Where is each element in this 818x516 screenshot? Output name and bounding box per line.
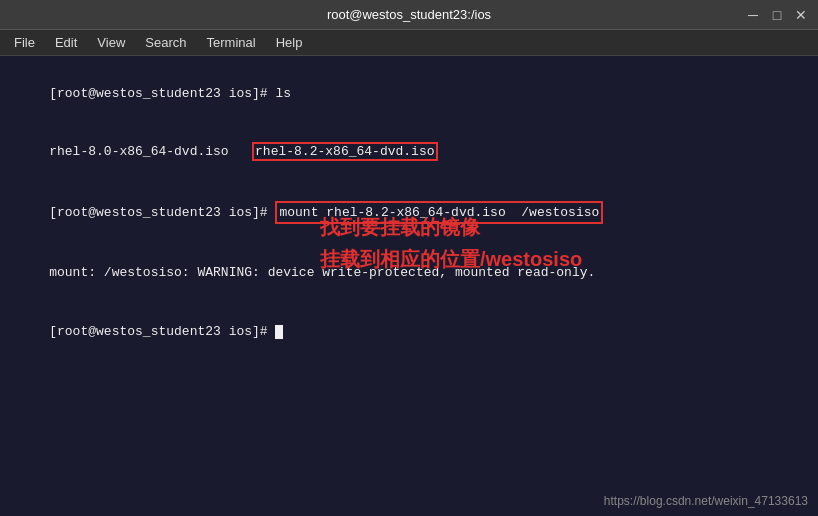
terminal-line-1: [root@westos_student23 ios]# ls xyxy=(18,64,808,123)
minimize-button[interactable]: ─ xyxy=(744,6,762,24)
maximize-button[interactable]: □ xyxy=(768,6,786,24)
window-controls: ─ □ ✕ xyxy=(744,6,810,24)
annotation-block: 找到要挂载的镜像 挂载到相应的位置/westosiso xyxy=(320,211,582,275)
terminal-line-2: rhel-8.0-x86_64-dvd.iso rhel-8.2-x86_64-… xyxy=(18,123,808,182)
prompt-3: [root@westos_student23 ios]# xyxy=(49,205,275,220)
annotation-line-2: 挂载到相应的位置/westosiso xyxy=(320,243,582,275)
watermark-url: https://blog.csdn.net/weixin_47133613 xyxy=(604,494,808,508)
prompt-1: [root@westos_student23 ios]# ls xyxy=(49,86,291,101)
close-button[interactable]: ✕ xyxy=(792,6,810,24)
menu-file[interactable]: File xyxy=(6,33,43,52)
iso-file-1: rhel-8.0-x86_64-dvd.iso xyxy=(49,144,252,159)
menu-terminal[interactable]: Terminal xyxy=(199,33,264,52)
terminal-cursor xyxy=(275,325,283,339)
prompt-5: [root@westos_student23 ios]# xyxy=(49,324,275,339)
terminal-line-5: [root@westos_student23 ios]# xyxy=(18,302,808,361)
title-bar: root@westos_student23:/ios ─ □ ✕ xyxy=(0,0,818,30)
annotation-line-1: 找到要挂载的镜像 xyxy=(320,211,582,243)
iso-file-2-highlighted: rhel-8.2-x86_64-dvd.iso xyxy=(252,142,437,161)
menu-view[interactable]: View xyxy=(89,33,133,52)
terminal-content[interactable]: [root@westos_student23 ios]# ls rhel-8.0… xyxy=(0,56,818,516)
menu-help[interactable]: Help xyxy=(268,33,311,52)
menu-bar: File Edit View Search Terminal Help xyxy=(0,30,818,56)
window-title: root@westos_student23:/ios xyxy=(327,7,491,22)
menu-search[interactable]: Search xyxy=(137,33,194,52)
menu-edit[interactable]: Edit xyxy=(47,33,85,52)
